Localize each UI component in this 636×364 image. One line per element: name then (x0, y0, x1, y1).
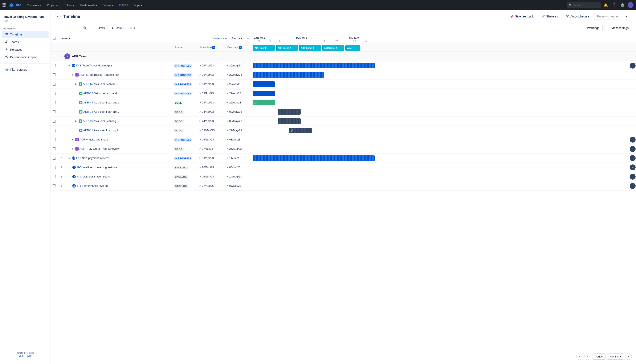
sidebar-item-dependencies[interactable]: Dependencies report (2, 54, 48, 61)
nav-dashboards[interactable]: Dashboards ▾ (78, 2, 99, 8)
share-as-button[interactable]: 🔗 Share as (539, 13, 560, 20)
col-issue-header[interactable]: Issue ▾ (58, 36, 206, 40)
issue-key[interactable]: IP-5 (76, 166, 82, 169)
svg-rect-6 (2, 6, 4, 7)
auto-schedule-button[interactable]: 📅 Auto-schedule (563, 13, 592, 20)
today-button[interactable]: Today (592, 354, 606, 360)
arrow-ip5[interactable]: → (630, 164, 636, 170)
filters-button[interactable]: ☰ Filters (90, 24, 108, 31)
col-fields-header[interactable]: Fields ▾ (229, 36, 244, 40)
arrow-ip7[interactable]: → (630, 155, 636, 161)
nav-your-work[interactable]: Your work ▾ (25, 2, 43, 8)
sidebar-item-timeline[interactable]: Timeline (2, 31, 48, 38)
row-checkbox[interactable] (53, 92, 56, 95)
expand-icon[interactable]: ▶ (74, 82, 78, 86)
row-checkbox[interactable] (53, 129, 56, 132)
team-expand-icon[interactable]: ▾ (62, 55, 63, 58)
avatar[interactable]: U (628, 2, 634, 8)
row-checkbox[interactable] (53, 74, 56, 76)
row-checkbox[interactable] (53, 148, 56, 150)
row-checkbox[interactable] (53, 138, 56, 141)
prev-button[interactable]: ‹ (576, 353, 583, 360)
sidebar-item-plan-settings[interactable]: ⚙️ Plan settings (2, 66, 48, 73)
help-icon[interactable]: ❓ (611, 2, 618, 8)
notification-bell-icon[interactable]: 🔔 (602, 2, 609, 8)
start-date-icon: ➤ (199, 166, 201, 169)
sidebar-item-releases[interactable]: Releases (2, 46, 48, 54)
months-dropdown[interactable]: Months ▾ (607, 354, 624, 360)
expand-icon[interactable]: ▶ (68, 156, 71, 160)
issue-key[interactable]: ADR-6 (80, 138, 88, 141)
issue-key[interactable]: ADR-45 (83, 101, 93, 104)
sidebar-item-teams[interactable]: Teams (2, 38, 48, 46)
collapse-sidebar-button[interactable]: ‹ (55, 14, 60, 19)
create-issue-button[interactable]: + Create issue (206, 36, 229, 40)
arrow-ip3[interactable]: → (630, 174, 636, 180)
status-badge: BACKLOG (174, 166, 188, 169)
nav-apps[interactable]: Apps ▾ (132, 2, 144, 8)
more-options-button[interactable]: ⋯ (624, 12, 632, 20)
nav-filters[interactable]: Filters ▾ (63, 2, 76, 8)
issue-key[interactable]: IP-7 (76, 156, 81, 160)
warnings-button[interactable]: Warnings (584, 24, 602, 31)
select-all-checkbox[interactable] (53, 37, 56, 40)
issue-key[interactable]: ADR-12 (83, 92, 93, 95)
arrow-adr6[interactable]: → (630, 137, 636, 142)
due-date-value: 03/Jul/23 (229, 166, 240, 169)
view-settings-button[interactable]: ☰ View settings (604, 24, 632, 31)
issue-key[interactable]: ADR-13 (83, 120, 92, 122)
nav-teams[interactable]: Teams ▾ (101, 2, 115, 8)
row-checkbox[interactable] (53, 64, 56, 67)
expand-icon[interactable]: ▶ (68, 64, 71, 68)
le-icon: LE (72, 184, 76, 188)
expand-icon[interactable]: ▶ (74, 119, 78, 123)
row-checkbox[interactable] (53, 83, 56, 86)
settings-icon[interactable]: ⚙️ (619, 2, 626, 8)
grid-icon[interactable] (2, 3, 6, 7)
row-checkbox[interactable] (53, 184, 56, 187)
expand-icon[interactable]: ▶ (71, 73, 74, 77)
issue-key[interactable]: ADR-7 (80, 147, 88, 150)
team-checkbox[interactable] (52, 55, 55, 58)
row-checkbox[interactable] (53, 120, 56, 122)
expand-icon[interactable]: ▶ (71, 147, 74, 151)
issue-key[interactable]: ADR-11 (83, 129, 93, 132)
jira-logo[interactable]: Jira (9, 2, 22, 8)
next-button[interactable]: › (584, 353, 591, 360)
filter-mode-selector[interactable]: ≡ Basic EDITED ▾ (109, 25, 137, 31)
search-input[interactable] (567, 2, 601, 8)
learn-more-link[interactable]: Learn more (19, 354, 32, 357)
toolbar-right: Warnings ☰ View settings (584, 24, 632, 31)
review-changes-button[interactable]: Review changes (594, 13, 621, 20)
issue-key[interactable]: IP-8 (76, 64, 81, 67)
issue-key[interactable]: IP-3 (76, 175, 82, 178)
sub-col-start[interactable]: Start date D (198, 46, 225, 49)
row-checkbox[interactable] (53, 101, 56, 104)
give-feedback-button[interactable]: 📣 Give feedback (508, 13, 536, 20)
arrow-adr7[interactable]: → (630, 146, 636, 152)
row-checkbox[interactable] (53, 110, 56, 113)
col-expand-button[interactable]: ⇔ (244, 36, 252, 40)
nav-plans[interactable]: Plans ▾ (117, 2, 130, 8)
row-checkbox[interactable] (53, 166, 56, 169)
arrow-ip6[interactable]: → (630, 183, 636, 189)
status-col: IN PROGRESS (172, 92, 198, 95)
expand-icon[interactable]: ▶ (71, 138, 74, 142)
months-chevron-icon: ▾ (620, 355, 621, 358)
nav-projects[interactable]: Projects ▾ (45, 2, 61, 8)
row-checkbox[interactable] (53, 175, 56, 178)
expand-all-button[interactable]: ⤢ (625, 353, 632, 360)
row-checkbox[interactable] (53, 157, 56, 160)
status-badge: DONE (174, 101, 183, 104)
issue-key[interactable]: ADR-44 (83, 82, 92, 86)
arrow-ip8[interactable]: → (630, 63, 636, 68)
status-badge: TO DO (174, 148, 184, 151)
issue-key[interactable]: ADR-5 (80, 73, 88, 76)
due-date-icon: ➤ (226, 138, 228, 141)
row-content: ▶ 📋 ADR-44 As a user I can up... (64, 82, 172, 86)
sub-col-due[interactable]: Due date D (225, 46, 252, 49)
issue-key[interactable]: ADR-14 (83, 110, 93, 113)
filter-mode-icon: ≡ (112, 26, 113, 30)
issue-key[interactable]: IP-6 (76, 184, 82, 187)
day-22: 22 (331, 40, 342, 42)
